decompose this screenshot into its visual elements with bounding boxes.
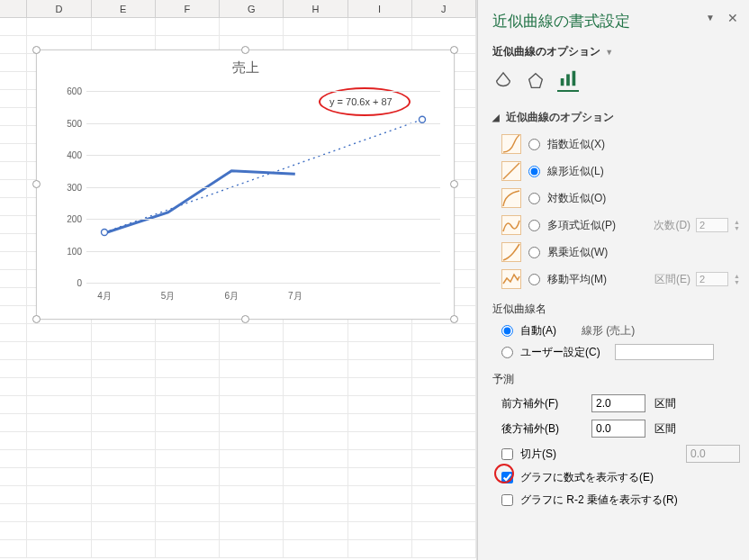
collapse-triangle-icon: ◢ [492,113,500,122]
poly-order-label: 次数(D) [654,218,690,233]
embedded-chart[interactable]: 売上 y = 70.6x + 87 01002003004005006004月5… [36,50,455,320]
movavg-period-spin[interactable]: ▲▼ [734,273,740,285]
format-trendline-pane: 近似曲線の書式設定 ▼ ✕ 近似曲線のオプション ▼ ◢ 近似曲線のオプション … [477,0,749,560]
trendline-options-dropdown[interactable]: 近似曲線のオプション ▼ [492,39,740,65]
show-r2-label[interactable]: グラフに R-2 乗値を表示する(R) [520,492,678,508]
chart-plot-area[interactable]: y = 70.6x + 87 01002003004005006004月5月6月… [86,91,440,283]
intercept-input [686,445,740,463]
show-r2-checkbox[interactable] [501,494,513,506]
forecast-backward-input[interactable] [591,420,645,438]
forecast-forward-unit: 区間 [654,396,676,411]
trendline-options-tab-icon[interactable] [557,70,579,92]
resize-handle[interactable] [32,315,41,323]
pane-title: 近似曲線の書式設定 [492,7,740,39]
trendline-name-section: 近似曲線名 [492,293,740,321]
col-header[interactable]: D [27,0,91,18]
col-header[interactable]: I [348,0,412,18]
trend-logarithmic-icon [501,188,521,208]
effects-tab-icon[interactable] [525,70,546,92]
forecast-forward-row: 前方補外(F) 区間 [492,391,740,416]
trend-power-icon [501,242,521,262]
forecast-forward-label: 前方補外(F) [501,396,582,411]
y-axis-tick-label: 400 [59,150,82,160]
trend-polynomial-radio[interactable] [528,220,540,231]
show-r2-row: グラフに R-2 乗値を表示する(R) [492,489,740,511]
col-header[interactable]: H [284,0,347,18]
svg-rect-4 [502,135,521,154]
section-header-label: 近似曲線のオプション [506,111,614,123]
name-auto-value: 線形 (売上) [582,323,635,339]
trendline-endpoint[interactable] [420,116,426,122]
svg-rect-1 [561,78,564,86]
trend-polynomial-label[interactable]: 多項式近似(P) [547,218,616,233]
trend-exponential-radio[interactable] [528,139,540,150]
data-series-line[interactable] [104,171,295,233]
movavg-period-input[interactable] [696,272,728,286]
trend-exponential-icon [501,134,521,154]
col-header[interactable]: G [220,0,284,18]
column-headers-row: D E F G H I J [0,0,476,18]
show-equation-highlight-circle [494,464,514,483]
trend-linear-radio[interactable] [528,166,540,177]
resize-handle[interactable] [32,180,41,188]
trendline-endpoint[interactable] [102,230,108,236]
svg-rect-2 [566,74,570,86]
name-user-radio[interactable] [501,347,513,358]
svg-marker-0 [529,74,543,88]
intercept-checkbox[interactable] [501,448,513,460]
trend-type-linear-row: 線形近似(L) [492,158,740,185]
col-header[interactable]: E [92,0,156,18]
trend-moving_avg-label[interactable]: 移動平均(M) [547,272,607,287]
trend-logarithmic-radio[interactable] [528,193,540,204]
poly-order-spin[interactable]: ▲▼ [734,219,740,231]
intercept-label[interactable]: 切片(S) [520,447,556,462]
forecast-section: 予測 [492,363,740,391]
trend-type-moving_avg-row: 移動平均(M) 区間(E) ▲▼ [492,266,740,293]
intercept-row: 切片(S) [492,441,740,466]
name-auto-radio[interactable] [501,325,513,337]
resize-handle[interactable] [450,46,458,54]
name-user-row: ユーザー設定(C) [492,341,740,363]
name-user-label[interactable]: ユーザー設定(C) [520,345,600,360]
y-axis-tick-label: 0 [59,278,82,288]
trendline-equation-label[interactable]: y = 70.6x + 87 [329,96,393,107]
trend-logarithmic-label[interactable]: 対数近似(O) [547,191,606,206]
trend-power-radio[interactable] [528,247,540,258]
movavg-period-label: 区間(E) [654,272,690,287]
y-axis-tick-label: 600 [59,86,82,96]
name-user-input[interactable] [615,344,714,360]
trend-type-exponential-row: 指数近似(X) [492,131,740,158]
col-header[interactable]: F [156,0,220,18]
x-axis-tick-label: 6月 [224,290,239,303]
forecast-backward-unit: 区間 [654,421,676,437]
pane-tab-icons [492,65,740,104]
trend-polynomial-icon [501,215,521,235]
trend-linear-icon [501,161,521,181]
poly-order-group: 次数(D) ▲▼ [654,218,740,233]
pane-menu-arrow-icon[interactable]: ▼ [706,13,715,23]
resize-handle[interactable] [32,46,41,54]
resize-handle[interactable] [450,315,458,323]
y-axis-tick-label: 200 [59,214,82,224]
trend-exponential-label[interactable]: 指数近似(X) [547,137,605,152]
trend-moving_avg-radio[interactable] [528,274,540,285]
resize-handle[interactable] [241,46,249,54]
forecast-forward-input[interactable] [591,394,645,412]
poly-order-input[interactable] [696,218,728,232]
resize-handle[interactable] [450,180,458,188]
name-auto-label[interactable]: 自動(A) [520,323,556,339]
forecast-backward-label: 後方補外(B) [501,421,582,437]
col-header[interactable]: J [412,0,476,18]
show-equation-row: グラフに数式を表示する(E) [492,466,740,489]
section-header-trendline-options[interactable]: ◢ 近似曲線のオプション [492,104,740,131]
trend-power-label[interactable]: 累乗近似(W) [547,245,608,260]
resize-handle[interactable] [241,315,249,323]
fill-tab-icon[interactable] [492,70,514,92]
show-equation-label[interactable]: グラフに数式を表示する(E) [520,470,654,485]
chart-title[interactable]: 売上 [37,50,454,77]
trend-linear-label[interactable]: 線形近似(L) [547,164,604,179]
dropdown-label: 近似曲線のオプション [492,45,600,58]
movavg-period-group: 区間(E) ▲▼ [654,272,740,287]
close-pane-button[interactable]: ✕ [727,11,738,25]
trendline[interactable] [104,120,422,232]
